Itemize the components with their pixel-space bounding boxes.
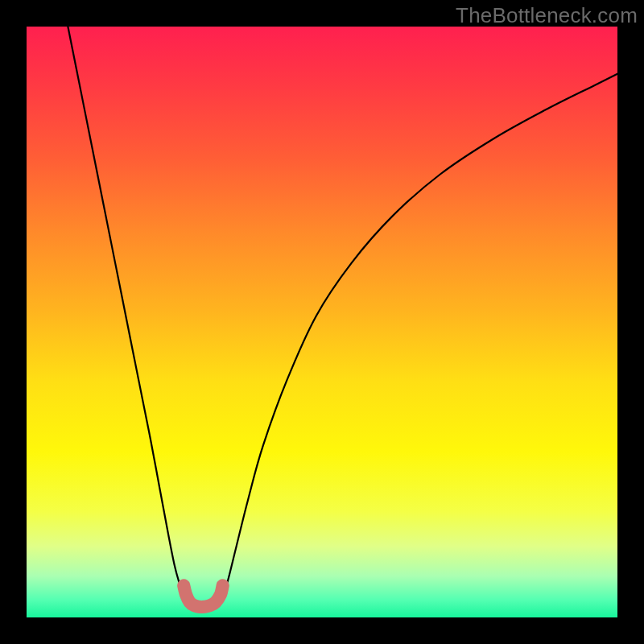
valley-marker	[184, 585, 222, 607]
plot-area	[27, 27, 617, 617]
curve-right	[221, 74, 617, 600]
watermark-label: TheBottleneck.com	[456, 3, 638, 28]
chart-canvas	[27, 27, 617, 617]
curve-left	[68, 27, 187, 600]
chart-frame: TheBottleneck.com	[0, 0, 644, 644]
